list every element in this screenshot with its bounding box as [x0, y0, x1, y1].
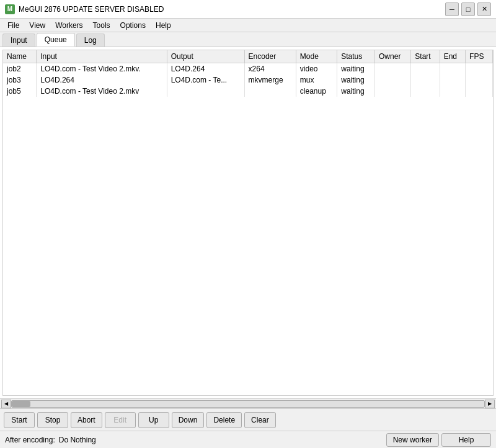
button-bar: Start Stop Abort Edit Up Down Delete Cle… — [0, 408, 496, 431]
job-mode: cleanup — [296, 86, 337, 97]
scrollbar-track[interactable] — [11, 400, 485, 408]
scroll-right-button[interactable]: ▶ — [485, 400, 495, 408]
maximize-button[interactable]: □ — [461, 2, 475, 16]
menu-tools[interactable]: Tools — [88, 20, 115, 31]
abort-button[interactable]: Abort — [71, 412, 102, 428]
table-row[interactable]: job5LO4D.com - Test Video 2.mkvcleanupwa… — [3, 86, 493, 97]
window-title: MeGUI 2876 UPDATE SERVER DISABLED — [19, 5, 164, 14]
col-status: Status — [337, 50, 375, 63]
job-start — [411, 63, 440, 75]
job-start — [411, 86, 440, 97]
job-fps — [466, 86, 493, 97]
menu-bar: File View Workers Tools Options Help — [0, 19, 496, 32]
horizontal-scrollbar[interactable]: ◀ ▶ — [0, 398, 496, 408]
col-mode: Mode — [296, 50, 337, 63]
close-button[interactable]: ✕ — [477, 2, 491, 16]
job-input: LO4D.com - Test Video 2.mkv — [37, 86, 167, 97]
edit-button[interactable]: Edit — [105, 412, 136, 428]
job-end — [440, 86, 465, 97]
job-input: LO4D.com - Test Video 2.mkv. — [37, 63, 167, 75]
job-name: job2 — [3, 63, 37, 75]
menu-options[interactable]: Options — [115, 20, 151, 31]
new-worker-button[interactable]: New worker — [386, 433, 439, 447]
job-fps — [466, 63, 493, 75]
table-row[interactable]: job2LO4D.com - Test Video 2.mkv.LO4D.264… — [3, 63, 493, 75]
scroll-left-button[interactable]: ◀ — [1, 400, 11, 408]
col-fps: FPS — [466, 50, 493, 63]
delete-button[interactable]: Delete — [206, 412, 242, 428]
job-mode: mux — [296, 74, 337, 86]
start-button[interactable]: Start — [4, 412, 35, 428]
job-output: LO4D.com - Te... — [167, 74, 244, 86]
job-owner — [375, 63, 411, 75]
job-fps — [466, 74, 493, 86]
job-table-container[interactable]: Name Input Output Encoder Mode Status Ow… — [2, 50, 494, 396]
col-input: Input — [37, 50, 167, 63]
job-end — [440, 74, 465, 86]
col-owner: Owner — [375, 50, 411, 63]
job-name: job5 — [3, 86, 37, 97]
job-table: Name Input Output Encoder Mode Status Ow… — [3, 50, 493, 97]
stop-button[interactable]: Stop — [37, 412, 68, 428]
job-output — [167, 86, 244, 97]
help-button[interactable]: Help — [441, 433, 491, 447]
tabs: Input Queue Log — [0, 32, 496, 47]
job-input: LO4D.264 — [37, 74, 167, 86]
scrollbar-thumb[interactable] — [12, 401, 30, 407]
menu-help[interactable]: Help — [151, 20, 176, 31]
job-status: waiting — [337, 63, 375, 75]
col-start: Start — [411, 50, 440, 63]
job-owner — [375, 74, 411, 86]
clear-button[interactable]: Clear — [244, 412, 276, 428]
job-output: LO4D.264 — [167, 63, 244, 75]
job-owner — [375, 86, 411, 97]
col-output: Output — [167, 50, 244, 63]
status-bar: After encoding: Do Nothing New worker He… — [0, 431, 496, 448]
menu-workers[interactable]: Workers — [50, 20, 87, 31]
up-button[interactable]: Up — [138, 412, 169, 428]
job-mode: video — [296, 63, 337, 75]
job-start — [411, 74, 440, 86]
menu-file[interactable]: File — [2, 20, 24, 31]
after-encoding-value: Do Nothing — [59, 436, 96, 444]
job-status: waiting — [337, 86, 375, 97]
job-encoder — [244, 86, 296, 97]
minimize-button[interactable]: ─ — [445, 2, 459, 16]
tab-log[interactable]: Log — [76, 34, 105, 47]
tab-queue[interactable]: Queue — [37, 33, 75, 47]
tab-input[interactable]: Input — [2, 34, 35, 47]
job-status: waiting — [337, 74, 375, 86]
job-encoder: x264 — [244, 63, 296, 75]
job-encoder: mkvmerge — [244, 74, 296, 86]
title-bar: M MeGUI 2876 UPDATE SERVER DISABLED ─ □ … — [0, 0, 496, 19]
after-encoding-label: After encoding: — [5, 436, 55, 444]
job-name: job3 — [3, 74, 37, 86]
job-end — [440, 63, 465, 75]
col-name: Name — [3, 50, 37, 63]
down-button[interactable]: Down — [172, 412, 205, 428]
menu-view[interactable]: View — [24, 20, 50, 31]
app-icon: M — [5, 4, 15, 14]
col-end: End — [440, 50, 465, 63]
table-row[interactable]: job3LO4D.264LO4D.com - Te...mkvmergemuxw… — [3, 74, 493, 86]
col-encoder: Encoder — [244, 50, 296, 63]
main-content: Name Input Output Encoder Mode Status Ow… — [0, 47, 496, 398]
